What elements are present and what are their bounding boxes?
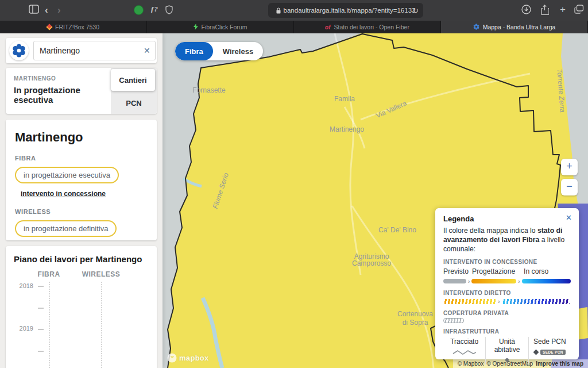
infrastruttura-label: INFRASTRUTTURA — [443, 328, 571, 335]
diretto-label: INTERVENTO DIRETTO — [443, 290, 571, 296]
map-label-fiume-serio: Fiume Serio — [211, 172, 230, 210]
fritzbox-favicon — [46, 24, 52, 30]
back-button[interactable]: ‹ — [45, 5, 48, 16]
result-card[interactable]: MARTINENGO In progettazione esecutiva Ca… — [6, 68, 157, 114]
fibraclick-favicon — [194, 24, 198, 31]
fibra-section-label: FIBRA — [15, 155, 148, 162]
plan-col-wireless: WIRELESS — [82, 270, 121, 278]
fibra-toggle-button[interactable]: Fibra — [175, 42, 213, 60]
wireless-timeline — [101, 282, 102, 368]
downloads-button[interactable] — [521, 5, 531, 17]
legend-panel: Legenda ✕ Il colore della mappa indica l… — [435, 208, 579, 359]
fibraclick-extension-icon[interactable]: ƒ? — [150, 5, 158, 14]
result-status: In progettazione esecutiva — [14, 85, 111, 105]
zoom-in-button[interactable]: + — [561, 159, 578, 175]
year-2018: 2018 — [14, 282, 33, 289]
diretto-cool-bar — [502, 299, 570, 304]
plan-card: Piano dei lavori per Martinengo FIBRA WI… — [6, 246, 157, 368]
stage-labels: Previsto Progettazione In corso — [443, 267, 571, 276]
extension-green-icon[interactable] — [134, 5, 144, 15]
unita-abitative-label: Unità abitative — [487, 338, 527, 354]
privata-label: COPERTURA PRIVATA — [443, 310, 571, 316]
sidebar: ✕ MARTINENGO In progettazione esecutiva … — [0, 33, 163, 368]
fibra-status-badge: in progettazione esecutiva — [15, 167, 119, 183]
map-label-cortenuova-2: di Sopra — [403, 319, 428, 327]
chevron-sep-icon: › — [468, 278, 470, 285]
legend-title: Legenda — [443, 214, 571, 223]
map-label-famila: Famila — [334, 95, 355, 103]
diretto-warm-bar — [443, 299, 496, 304]
lock-icon — [276, 7, 281, 14]
wireless-toggle-button[interactable]: Wireless — [213, 42, 263, 60]
tab-overview-button[interactable] — [574, 5, 584, 16]
tab-label: Stato dei lavori - Open Fiber — [334, 24, 409, 30]
result-name: MARTINENGO — [14, 75, 111, 82]
detail-card: Martinengo FIBRA in progettazione esecut… — [6, 120, 157, 240]
tab-mappa-bul[interactable]: Mappa - Banda Ultra Larga — [441, 21, 588, 33]
bul-favicon — [473, 24, 479, 31]
axis-tick — [38, 286, 44, 287]
chevron-sep-icon: › — [498, 298, 500, 305]
plan-title: Piano dei lavori per Martinengo — [14, 254, 149, 264]
chevron-sep-icon: › — [518, 278, 520, 285]
zoom-out-button[interactable]: − — [561, 179, 578, 195]
tab-label: FRITZ!Box 7530 — [55, 24, 99, 30]
reload-button[interactable]: ↻ — [412, 6, 419, 15]
plan-col-fibra: FIBRA — [37, 270, 60, 278]
layer-toggle: Fibra Wireless — [175, 42, 263, 60]
tab-fibraclick[interactable]: FibraClick Forum — [147, 21, 294, 33]
stage-incorso-label: In corso — [524, 267, 548, 275]
mapbox-logo[interactable]: mapbox — [167, 353, 209, 363]
pcn-tab[interactable]: PCN — [111, 92, 157, 114]
copertura-privata-bar — [443, 318, 464, 323]
sede-pcn-label: Sede PCN — [530, 338, 570, 346]
clear-search-button[interactable]: ✕ — [144, 46, 150, 55]
forward-button[interactable]: › — [57, 5, 61, 16]
tab-bar: FRITZ!Box 7530 FibraClick Forum of Stato… — [0, 21, 588, 33]
pcn-badge: SEDE PCN — [540, 350, 566, 355]
stage-previsto-label: Previsto — [443, 267, 469, 275]
tracciato-line-icon — [444, 347, 484, 356]
cantieri-tab[interactable]: Cantieri — [111, 69, 155, 91]
map-label-ca-de-bino: Ca' De' Bino — [378, 226, 416, 234]
openfiber-favicon: of — [325, 24, 330, 30]
fibra-intervention-link[interactable]: intervento in concessione — [21, 190, 106, 198]
previsto-bar — [443, 279, 466, 283]
tracciato-label: Tracciato — [444, 338, 484, 346]
axis-tick — [38, 351, 44, 352]
search-card: ✕ — [6, 38, 157, 63]
map-label-cortenuova-1: Cortenuova — [397, 310, 433, 318]
mapbox-wordmark: mapbox — [179, 354, 209, 362]
fibra-timeline — [49, 282, 50, 368]
share-button[interactable] — [540, 5, 549, 17]
legend-close-button[interactable]: ✕ — [566, 213, 572, 222]
address-bar[interactable]: bandaultralarga.italia.it/mappa/?entity=… — [268, 3, 423, 18]
axis-tick — [38, 308, 44, 309]
map-label-town: Martinengo — [330, 125, 364, 133]
search-input[interactable] — [40, 46, 144, 55]
tab-label: Mappa - Banda Ultra Larga — [483, 24, 556, 30]
diretto-bars: › — [443, 298, 571, 305]
year-2019: 2019 — [14, 325, 33, 332]
infrastruttura-row: Tracciato Unità abitative Sede PCN SEDE … — [443, 337, 571, 365]
progettazione-bar — [471, 279, 516, 283]
concessione-bars: › › — [443, 278, 571, 285]
axis-tick — [38, 329, 44, 330]
search-box: ✕ — [33, 41, 156, 60]
tab-fritzbox[interactable]: FRITZ!Box 7530 — [0, 21, 147, 33]
concessione-label: INTERVENTO IN CONCESSIONE — [443, 259, 571, 265]
map-container: Fornasette Famila Martinengo Via Vallera… — [163, 33, 588, 368]
url-text: bandaultralarga.italia.it/mappa/?entity=… — [284, 7, 416, 14]
pcn-diamond-icon — [533, 349, 539, 355]
incorso-bar — [522, 279, 571, 283]
new-tab-button[interactable]: + — [560, 4, 566, 16]
map-label-agriturismo-2: Camporosso — [352, 259, 391, 267]
sidebar-toggle-icon[interactable] — [29, 5, 39, 16]
shield-extension-icon[interactable] — [165, 5, 173, 17]
wireless-status-badge: in progettazione definitiva — [15, 220, 117, 237]
tab-label: FibraClick Forum — [202, 24, 247, 30]
map-label-fornasette: Fornasette — [192, 86, 226, 94]
tab-openfiber[interactable]: of Stato dei lavori - Open Fiber — [294, 21, 441, 33]
map-label-via-vallera: Via Vallera — [375, 99, 408, 120]
result-tabs: Cantieri PCN — [111, 68, 157, 114]
